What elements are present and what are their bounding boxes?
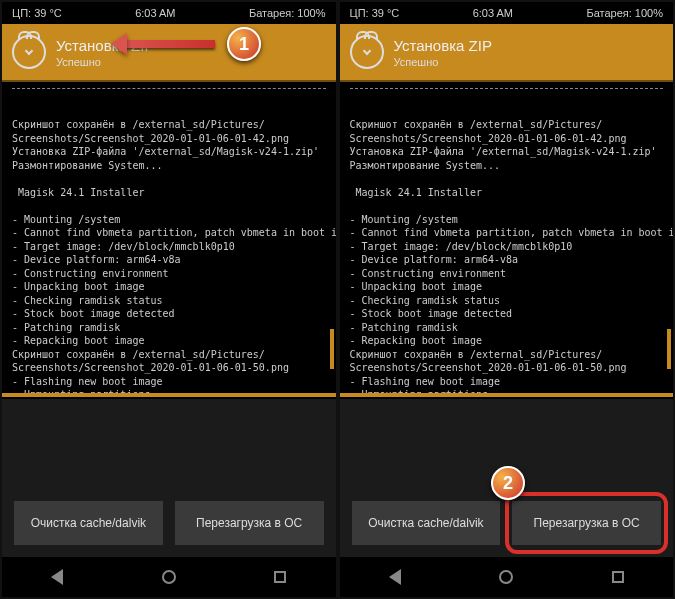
header-subtitle: Успешно [56, 56, 154, 68]
twrp-logo-icon [350, 35, 384, 69]
home-icon[interactable] [162, 570, 176, 584]
spacer [2, 399, 336, 489]
progress-bar [340, 393, 674, 397]
android-navbar [340, 557, 674, 597]
wipe-cache-button[interactable]: Очистка cache/dalvik [352, 501, 501, 545]
clock: 6:03 AM [473, 7, 513, 19]
install-log[interactable]: Скриншот сохранён в /external_sd/Picture… [2, 89, 336, 393]
callout-arrow [125, 40, 215, 48]
twrp-header: Установка ZIP Успешно [340, 24, 674, 82]
button-row: Очистка cache/dalvik Перезагрузка в ОС [2, 489, 336, 557]
home-icon[interactable] [499, 570, 513, 584]
reboot-os-button[interactable]: Перезагрузка в ОС [512, 501, 661, 545]
battery: Батарея: 100% [249, 7, 326, 19]
cpu-temp: ЦП: 39 °C [350, 7, 400, 19]
callout-badge-1: 1 [227, 27, 261, 61]
reboot-os-button[interactable]: Перезагрузка в ОС [175, 501, 324, 545]
recents-icon[interactable] [274, 571, 286, 583]
scrollbar-thumb[interactable] [667, 329, 671, 369]
twrp-header: Установка ZIP Успешно 1 [2, 24, 336, 82]
wipe-cache-button[interactable]: Очистка cache/dalvik [14, 501, 163, 545]
header-title: Установка ZIP [394, 37, 492, 54]
log-text: Скриншот сохранён в /external_sd/Picture… [350, 118, 664, 393]
android-navbar [2, 557, 336, 597]
log-text: Скриншот сохранён в /external_sd/Picture… [12, 118, 326, 393]
recents-icon[interactable] [612, 571, 624, 583]
clock: 6:03 AM [135, 7, 175, 19]
cpu-temp: ЦП: 39 °C [12, 7, 62, 19]
status-bar: ЦП: 39 °C 6:03 AM Батарея: 100% [2, 2, 336, 24]
install-log[interactable]: Скриншот сохранён в /external_sd/Picture… [340, 89, 674, 393]
back-icon[interactable] [51, 569, 63, 585]
phone-right: ЦП: 39 °C 6:03 AM Батарея: 100% Установк… [338, 0, 676, 599]
header-subtitle: Успешно [394, 56, 492, 68]
progress-bar [2, 393, 336, 397]
scrollbar-thumb[interactable] [330, 329, 334, 369]
button-row: Очистка cache/dalvik Перезагрузка в ОС [340, 489, 674, 557]
phone-left: ЦП: 39 °C 6:03 AM Батарея: 100% Установк… [0, 0, 338, 599]
twrp-logo-icon [12, 35, 46, 69]
spacer [340, 399, 674, 489]
battery: Батарея: 100% [586, 7, 663, 19]
back-icon[interactable] [389, 569, 401, 585]
status-bar: ЦП: 39 °C 6:03 AM Батарея: 100% [340, 2, 674, 24]
